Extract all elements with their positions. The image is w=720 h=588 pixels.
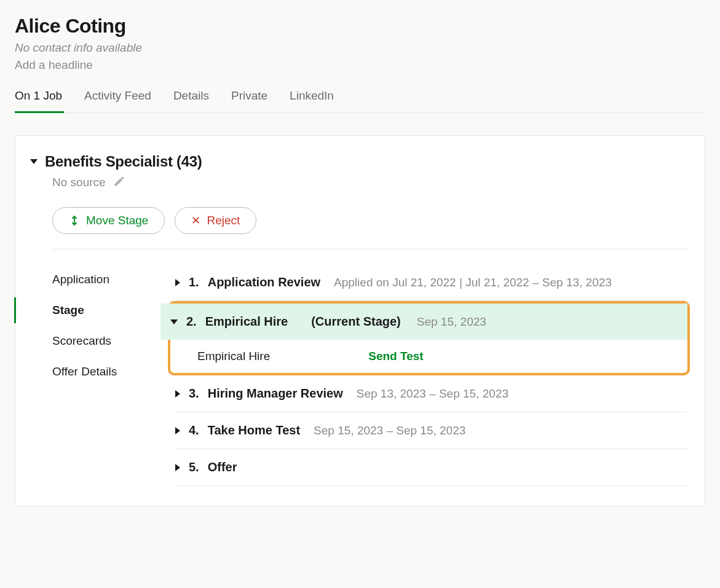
sub-stage-row: Empirical Hire Send Test [170, 340, 687, 373]
sidebar: Application Stage Scorecards Offer Detai… [52, 264, 175, 486]
chevron-right-icon [175, 464, 180, 471]
source-row: No source [52, 175, 687, 190]
headline-placeholder[interactable]: Add a headline [15, 58, 705, 72]
stage-row-take-home-test[interactable]: 4. Take Home Test Sep 15, 2023 – Sep 15,… [175, 412, 687, 449]
move-stage-label: Move Stage [86, 214, 148, 227]
stage-row-application-review[interactable]: 1. Application Review Applied on Jul 21,… [175, 264, 687, 301]
stage-row-offer[interactable]: 5. Offer [175, 449, 687, 486]
stage-number: 1. [189, 275, 199, 289]
move-arrows-icon [69, 215, 80, 226]
current-stage-label: (Current Stage) [311, 315, 401, 329]
move-stage-button[interactable]: Move Stage [52, 207, 165, 234]
stage-row-hiring-manager-review[interactable]: 3. Hiring Manager Review Sep 13, 2023 – … [175, 375, 687, 412]
stage-number: 2. [186, 315, 197, 329]
stage-number: 5. [189, 460, 199, 474]
tab-linkedin[interactable]: LinkedIn [290, 89, 334, 112]
reject-label: Reject [207, 214, 240, 227]
current-stage-highlight: 2. Empirical Hire (Current Stage) Sep 15… [168, 301, 690, 375]
stage-name: Hiring Manager Review [208, 386, 343, 401]
tab-details[interactable]: Details [173, 89, 209, 112]
chevron-right-icon [175, 390, 180, 398]
sidebar-item-scorecards[interactable]: Scorecards [52, 326, 175, 356]
stage-name: Offer [208, 460, 237, 474]
action-row: Move Stage ✕ Reject [52, 207, 687, 249]
tab-private[interactable]: Private [231, 89, 267, 112]
pencil-icon[interactable] [113, 175, 125, 190]
source-text: No source [52, 176, 106, 189]
stage-meta: Sep 13, 2023 – Sep 15, 2023 [357, 387, 508, 401]
tab-activity-feed[interactable]: Activity Feed [84, 89, 151, 112]
reject-button[interactable]: ✕ Reject [175, 207, 256, 234]
stage-row-empirical-hire[interactable]: 2. Empirical Hire (Current Stage) Sep 15… [160, 304, 687, 340]
contact-info: No contact info available [15, 41, 705, 55]
stage-meta: Applied on Jul 21, 2022 | Jul 21, 2022 –… [334, 276, 612, 289]
chevron-right-icon [175, 279, 180, 286]
candidate-name: Alice Coting [15, 15, 705, 37]
chevron-right-icon [175, 427, 180, 434]
job-title: Benefits Specialist (43) [45, 153, 202, 170]
sidebar-item-application[interactable]: Application [52, 264, 175, 295]
tabs: On 1 Job Activity Feed Details Private L… [15, 89, 705, 113]
job-header[interactable]: Benefits Specialist (43) [30, 153, 687, 170]
sidebar-item-offer-details[interactable]: Offer Details [52, 356, 175, 387]
send-test-link[interactable]: Send Test [368, 350, 423, 363]
stage-name: Take Home Test [208, 423, 300, 437]
stage-name: Application Review [208, 275, 320, 289]
sidebar-item-stage[interactable]: Stage [52, 295, 175, 326]
stages-list: 1. Application Review Applied on Jul 21,… [175, 264, 687, 486]
chevron-down-icon [30, 159, 38, 164]
stage-meta: Sep 15, 2023 – Sep 15, 2023 [314, 424, 465, 437]
job-card: Benefits Specialist (43) No source Move … [15, 135, 705, 506]
stage-number: 3. [189, 386, 199, 401]
sub-stage-name: Empirical Hire [197, 350, 270, 363]
tab-on-job[interactable]: On 1 Job [15, 89, 62, 112]
stage-number: 4. [189, 423, 199, 437]
close-icon: ✕ [191, 214, 200, 227]
stage-name: Empirical Hire [205, 315, 288, 329]
stage-date: Sep 15, 2023 [417, 315, 486, 329]
